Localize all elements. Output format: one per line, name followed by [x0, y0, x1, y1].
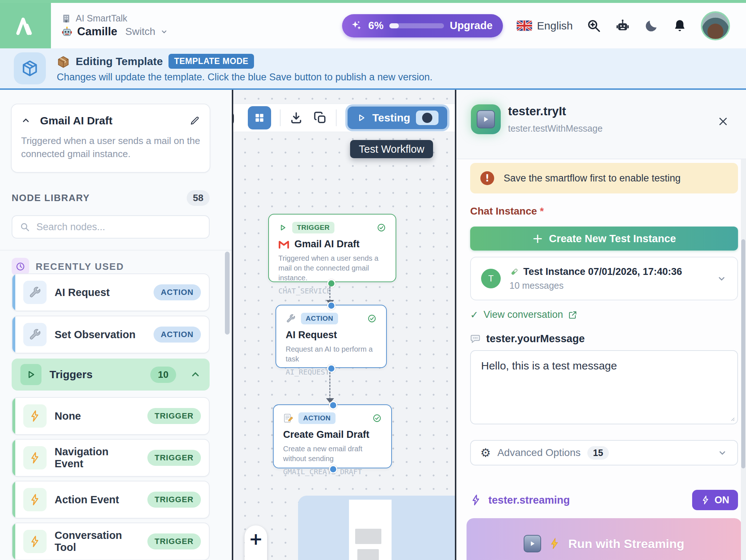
- action-badge: ACTION: [154, 284, 201, 300]
- dark-mode-moon-icon[interactable]: [644, 19, 659, 33]
- lightning-bolt-icon: [548, 537, 561, 550]
- download-icon[interactable]: [289, 111, 303, 125]
- chevron-down-icon: [717, 447, 728, 458]
- library-item-ai-request[interactable]: AI Request ACTION: [12, 273, 210, 311]
- tester-panel: tester.tryIt tester.testWithMessage ! Sa…: [456, 90, 746, 560]
- user-avatar[interactable]: [701, 11, 730, 40]
- lightning-icon: [23, 530, 47, 553]
- node-library-sidebar: Gmail AI Draft Triggered when a user sen…: [0, 90, 232, 560]
- ai-assistant-robot-icon[interactable]: [615, 18, 630, 33]
- testing-toggle[interactable]: [416, 111, 439, 125]
- package-outline-icon: [14, 52, 46, 84]
- switch-agent-button[interactable]: Switch: [125, 26, 155, 37]
- canvas-minimap[interactable]: [298, 496, 455, 560]
- workflow-description: Triggered when a user sends a mail on th…: [21, 134, 200, 161]
- streaming-label: tester.streaming: [488, 494, 570, 506]
- layout-grid-button[interactable]: [248, 106, 271, 129]
- trigger-item-navigation-event[interactable]: Navigation Event TRIGGER: [12, 439, 210, 477]
- streaming-setting-row: tester.streaming ON: [470, 490, 738, 510]
- close-icon[interactable]: [718, 116, 729, 127]
- upgrade-button[interactable]: 6% Upgrade: [342, 14, 503, 37]
- wrench-icon: [23, 281, 47, 304]
- node-badge: ACTION: [298, 412, 336, 424]
- play-icon: [20, 364, 41, 385]
- trigger-item-action-event[interactable]: Action Event TRIGGER: [12, 481, 210, 519]
- create-test-instance-button[interactable]: + Create New Test Instance: [470, 227, 738, 251]
- your-message-label: tester.yourMessage: [486, 333, 585, 345]
- save-warning-alert: ! Save the smartflow first to enable tes…: [470, 163, 738, 193]
- tester-title: tester.tryIt: [508, 104, 566, 118]
- sidebar-scrollbar[interactable]: [225, 252, 230, 335]
- item-accent: [12, 481, 15, 518]
- play-icon: [278, 223, 287, 232]
- streaming-on-toggle[interactable]: ON: [692, 490, 738, 510]
- view-conversation-link[interactable]: ✓ View conversation: [470, 309, 578, 320]
- node-output-port[interactable]: [327, 364, 336, 373]
- canvas-toolbar: Testing: [233, 104, 455, 132]
- panel-scrollbar-thumb[interactable]: [741, 239, 745, 468]
- trigger-item-conversation-tool[interactable]: Conversation Tool TRIGGER: [12, 523, 210, 560]
- panel-scrollbar-track[interactable]: [741, 159, 746, 560]
- edit-pencil-icon[interactable]: [189, 115, 200, 126]
- wrench-icon: [286, 313, 296, 324]
- required-asterisk: *: [540, 205, 544, 217]
- zoom-in-icon[interactable]: [587, 19, 601, 33]
- node-input-port[interactable]: [327, 301, 336, 310]
- node-search-field[interactable]: [12, 215, 210, 239]
- chevron-down-icon[interactable]: [160, 27, 168, 36]
- brand-logo[interactable]: [0, 3, 51, 48]
- node-title: AI Request: [286, 329, 337, 341]
- clipped-tool-icon[interactable]: [233, 109, 240, 126]
- node-library-count-badge: 58: [187, 190, 210, 206]
- zoom-controls: + −: [245, 525, 267, 560]
- workflow-summary-card[interactable]: Gmail AI Draft Triggered when a user sen…: [11, 104, 210, 173]
- duplicate-icon[interactable]: [313, 111, 327, 125]
- gear-icon: ⚙: [480, 447, 491, 459]
- collapse-chevron-icon[interactable]: [21, 116, 31, 125]
- minimap-viewport: [349, 500, 392, 560]
- memo-icon: [283, 413, 293, 423]
- trigger-item-none[interactable]: None TRIGGER: [12, 397, 210, 435]
- node-output-port[interactable]: [327, 279, 336, 288]
- run-with-streaming-button[interactable]: Run with Streaming: [467, 518, 742, 560]
- advanced-options-toggle[interactable]: ⚙ Advanced Options 15: [470, 440, 738, 465]
- node-title: Gmail AI Draft: [294, 239, 360, 250]
- recently-used-heading: RECENTLY USED: [36, 261, 124, 272]
- agent-name: Camille: [77, 25, 117, 38]
- tester-subtitle: tester.testWithMessage: [508, 123, 603, 134]
- notifications-bell-icon[interactable]: [672, 19, 687, 33]
- node-title: Create Gmail Draft: [283, 429, 369, 440]
- action-badge: ACTION: [154, 327, 201, 343]
- item-accent: [12, 440, 15, 476]
- testing-mode-button[interactable]: Testing: [345, 104, 449, 131]
- zoom-in-button[interactable]: +: [249, 531, 263, 547]
- zoom-out-button[interactable]: −: [249, 554, 263, 560]
- triggers-section-header[interactable]: Triggers 10: [12, 359, 210, 391]
- message-textarea[interactable]: Hello, this is a test message: [471, 351, 737, 424]
- run-with-streaming-label: Run with Streaming: [568, 537, 684, 551]
- warning-icon: !: [480, 171, 494, 185]
- instance-avatar: T: [481, 269, 501, 288]
- chevron-up-icon[interactable]: [190, 369, 201, 380]
- workspace-info: AI SmartTalk Camille Switch: [61, 13, 168, 38]
- search-input[interactable]: [36, 221, 202, 233]
- language-selector[interactable]: English: [517, 20, 573, 32]
- node-gmail-ai-draft[interactable]: TRIGGER Gmail AI Draft Triggered when a …: [268, 214, 396, 282]
- node-ai-request[interactable]: ACTION AI Request Request an AI to perfo…: [275, 305, 387, 368]
- triggers-section-label: Triggers: [49, 368, 92, 381]
- node-output-port[interactable]: [329, 465, 337, 473]
- check-circle-icon: [372, 413, 382, 423]
- test-instance-selector[interactable]: T Test Instance 07/01/2026, 17:40:36 10 …: [470, 257, 738, 300]
- item-label: None: [55, 410, 81, 422]
- package-emoji-icon: [57, 55, 70, 68]
- resize-grip[interactable]: [729, 416, 735, 421]
- chat-instance-label: Chat Instance*: [470, 205, 544, 217]
- trigger-badge: TRIGGER: [147, 533, 201, 549]
- advanced-options-count: 15: [587, 446, 609, 460]
- library-item-set-observation[interactable]: Set Observation ACTION: [12, 316, 210, 353]
- node-create-gmail-draft[interactable]: ACTION Create Gmail Draft Create a new e…: [273, 404, 392, 468]
- node-input-port[interactable]: [329, 401, 337, 409]
- chevron-down-icon[interactable]: [716, 273, 727, 284]
- workflow-canvas[interactable]: Testing Test Workflow TRIGGER: [233, 90, 455, 560]
- tester-panel-header: tester.tryIt tester.testWithMessage: [456, 90, 746, 159]
